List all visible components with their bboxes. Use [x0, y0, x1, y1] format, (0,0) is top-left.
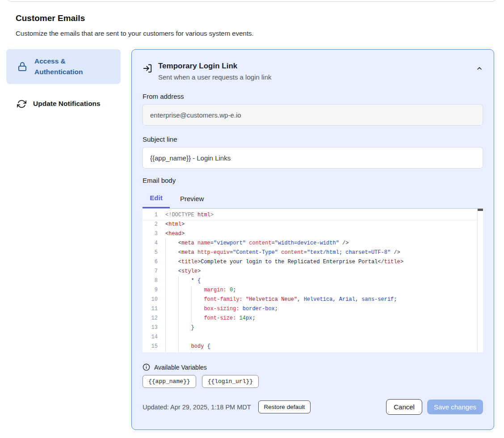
- variable-chip-app-name[interactable]: {{app_name}}: [143, 375, 196, 388]
- variable-chips: {{app_name}} {{login_url}}: [143, 375, 483, 388]
- cancel-button[interactable]: Cancel: [386, 399, 422, 415]
- indent-guide: [165, 323, 178, 333]
- save-changes-button[interactable]: Save changes: [427, 400, 483, 414]
- line-number: 3: [143, 229, 158, 239]
- login-icon: [143, 63, 152, 73]
- line-number: 4: [143, 239, 158, 248]
- indent-guide: [165, 351, 178, 352]
- subject-line-label: Subject line: [143, 135, 483, 143]
- indent-guide: [178, 323, 191, 333]
- indent-guide: [165, 295, 178, 304]
- page-title: Customer Emails: [16, 13, 85, 23]
- indent-guide: [165, 276, 178, 286]
- indent-guide: [191, 286, 204, 295]
- indent-guide: [178, 286, 191, 295]
- code-line: 16background-color: #ffffff;: [143, 351, 483, 352]
- line-number: 6: [143, 257, 158, 267]
- sidebar-item-label: Access & Authentication: [34, 56, 106, 77]
- from-address-input: [143, 104, 483, 126]
- indent-guide: [165, 314, 178, 323]
- code-line: 14: [143, 333, 483, 342]
- chevron-up-icon: [476, 65, 483, 72]
- sidebar-item-update-notifications[interactable]: Update Notifications: [6, 93, 121, 114]
- code-line: 15body {: [143, 342, 483, 351]
- line-number: 13: [143, 323, 158, 333]
- code-line: 9margin: 0;: [143, 286, 483, 295]
- indent-guide: [165, 257, 178, 267]
- indent-guide: [178, 351, 191, 352]
- code-line: 5<meta http-equiv="Content-Type" content…: [143, 248, 483, 257]
- info-icon[interactable]: [143, 363, 150, 371]
- temporary-login-link-panel: Temporary Login Link Sent when a user re…: [131, 49, 494, 430]
- indent-guide: [165, 342, 178, 351]
- panel-header: Temporary Login Link Sent when a user re…: [143, 61, 483, 81]
- subject-line-input[interactable]: [143, 147, 483, 168]
- sidebar-item-label: Update Notifications: [33, 98, 101, 109]
- panel-header-text: Temporary Login Link Sent when a user re…: [158, 61, 271, 81]
- indent-guide: [191, 314, 204, 323]
- indent-guide: [165, 267, 178, 276]
- panel-title: Temporary Login Link: [158, 61, 271, 71]
- indent-guide: [165, 304, 178, 314]
- line-number: 16: [143, 351, 158, 352]
- line-number: 14: [143, 333, 158, 342]
- panel-footer: Updated: Apr 29, 2025, 1:18 PM MDT Resto…: [143, 399, 483, 415]
- code-line: 13}: [143, 323, 483, 333]
- code-line: 10font-family: "Helvetica Neue", Helveti…: [143, 295, 483, 304]
- line-number: 8: [143, 276, 158, 286]
- email-body-label: Email body: [143, 177, 483, 184]
- indent-guide: [191, 351, 204, 352]
- line-number: 10: [143, 295, 158, 304]
- code-line: 4<meta name="viewport" content="width=de…: [143, 239, 483, 248]
- indent-guide: [178, 314, 191, 323]
- line-number: 5: [143, 248, 158, 257]
- tab-preview[interactable]: Preview: [180, 190, 204, 208]
- indent-guide: [178, 276, 191, 286]
- page-subtitle: Customize the emails that are sent to yo…: [16, 29, 254, 37]
- active-line-divider: [143, 220, 477, 220]
- indent-guide: [178, 304, 191, 314]
- line-number: 2: [143, 220, 158, 229]
- variable-chip-login-url[interactable]: {{login_url}}: [202, 375, 259, 388]
- panel-subtitle: Sent when a user requests a login link: [158, 73, 271, 81]
- code-line: 3<head>: [143, 229, 483, 239]
- indent-guide: [178, 342, 191, 351]
- collapse-panel-button[interactable]: [476, 65, 483, 72]
- indent-guide: [165, 239, 178, 248]
- code-area: 1<!DOCTYPE html>2<html>3<head>4<meta nam…: [143, 211, 483, 352]
- line-number: 9: [143, 286, 158, 295]
- indent-guide: [165, 286, 178, 295]
- line-number: 12: [143, 314, 158, 323]
- code-line: 2<html>: [143, 220, 483, 229]
- indent-guide: [165, 248, 178, 257]
- code-line: 6<title>Complete your login to the Repli…: [143, 257, 483, 267]
- indent-guide: [165, 333, 178, 342]
- indent-guide: [191, 295, 204, 304]
- line-number: 11: [143, 304, 158, 314]
- previous-section-bottom-edge: [7, 0, 496, 2]
- code-line: 1<!DOCTYPE html>: [143, 211, 483, 220]
- customer-emails-page: Customer Emails Customize the emails tha…: [0, 0, 504, 438]
- updated-timestamp: Updated: Apr 29, 2025, 1:18 PM MDT: [143, 404, 251, 411]
- line-number: 1: [143, 211, 158, 220]
- sidebar-item-access-authentication[interactable]: Access & Authentication: [6, 49, 121, 84]
- indent-guide: [178, 295, 191, 304]
- code-line: 11box-sizing: border-box;: [143, 304, 483, 314]
- code-line: 8* {: [143, 276, 483, 286]
- email-types-sidebar: Access & Authentication Update Notificat…: [6, 49, 121, 114]
- editor-scrollbar-thumb[interactable]: [478, 209, 483, 211]
- email-body-tabs: Edit Preview: [143, 190, 483, 208]
- tab-edit[interactable]: Edit: [143, 190, 170, 208]
- line-number: 7: [143, 267, 158, 276]
- indent-guide: [191, 304, 204, 314]
- email-body-editor[interactable]: 1<!DOCTYPE html>2<html>3<head>4<meta nam…: [143, 208, 483, 352]
- available-variables-label: Available Variables: [154, 364, 207, 371]
- editor-scrollbar[interactable]: [477, 209, 483, 352]
- lock-icon: [17, 61, 28, 72]
- code-line: 12font-size: 14px;: [143, 314, 483, 323]
- line-number: 15: [143, 342, 158, 351]
- indent-guide: [178, 333, 191, 342]
- restore-default-button[interactable]: Restore default: [258, 400, 311, 413]
- refresh-icon: [17, 99, 26, 109]
- from-address-label: From address: [143, 93, 483, 100]
